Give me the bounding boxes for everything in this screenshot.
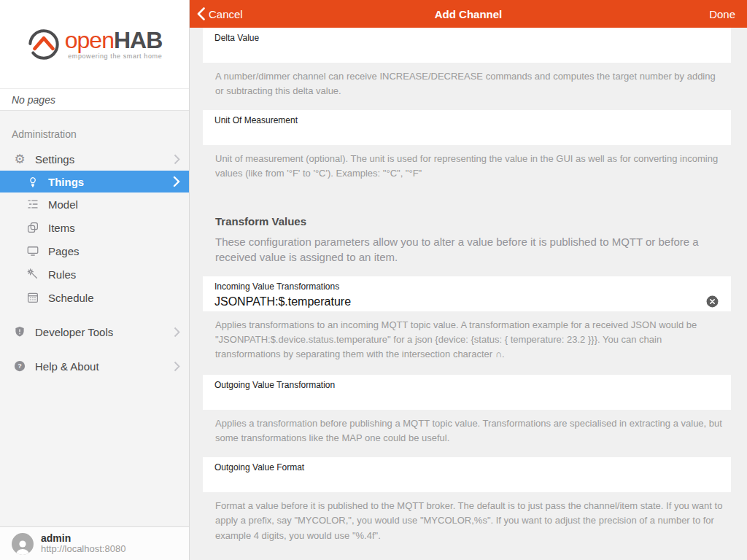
done-button[interactable]: Done [709, 8, 735, 20]
field-outgoing-value-format: Outgoing Value Format [203, 457, 731, 492]
cancel-button[interactable]: Cancel [190, 7, 243, 20]
brand-tagline: empowering the smart home [68, 52, 162, 60]
sidebar-item-help-about[interactable]: ? Help & About [0, 354, 189, 378]
field-label: Unit Of Measurement [214, 115, 719, 125]
field-label: Outgoing Value Format [214, 462, 719, 472]
sidebar-item-developer-tools[interactable]: Developer Tools [0, 320, 189, 343]
user-meta: admin http://localhost:8080 [41, 532, 125, 555]
sidebar-item-label: Pages [48, 245, 189, 257]
chevron-right-icon [174, 361, 180, 372]
sidebar-item-label: Things [48, 176, 173, 188]
calendar-icon [25, 290, 41, 305]
openhab-mark-icon [27, 28, 61, 61]
sidebar-item-label: Rules [48, 268, 189, 281]
outgoing-value-format-input[interactable] [214, 475, 719, 490]
field-outgoing-value-transformation: Outgoing Value Transformation [203, 375, 731, 410]
field-incoming-value-transformations: Incoming Value Transformations [203, 276, 731, 311]
field-unit-of-measurement: Unit Of Measurement [203, 110, 731, 145]
shield-exclamation-icon [12, 324, 28, 339]
outgoing-value-transformation-input[interactable] [214, 393, 719, 408]
admin-section-title: Administration [0, 128, 189, 140]
chevron-right-icon [174, 327, 180, 338]
monitor-icon [25, 244, 41, 258]
logo-lockup: openHAB empowering the smart home [27, 28, 163, 61]
sidebar-item-rules[interactable]: Rules [0, 262, 189, 286]
svg-text:?: ? [18, 362, 22, 370]
sidebar-item-model[interactable]: Model [0, 192, 189, 216]
sidebar-item-label: Items [48, 222, 189, 234]
add-channel-form: Delta Value A number/dimmer channel can … [190, 28, 747, 560]
field-label: Outgoing Value Transformation [214, 380, 719, 390]
sidebar-item-label: Model [48, 198, 189, 211]
field-label: Delta Value [214, 33, 719, 43]
unit-of-measurement-input[interactable] [214, 128, 719, 143]
sidebar-item-settings[interactable]: ⚙ Settings [0, 147, 189, 171]
avatar [12, 533, 34, 555]
question-circle-icon: ? [12, 359, 28, 373]
transform-values-section-description: These configuration parameters allow you… [215, 234, 725, 265]
transform-values-section-title: Transform Values [215, 215, 725, 228]
copy-icon [25, 220, 41, 235]
sidebar-item-label: Developer Tools [35, 326, 174, 338]
field-description: Applies a transformation before publishi… [215, 416, 725, 446]
main-pane: Cancel Add Channel Done Delta Value A nu… [190, 0, 747, 560]
sidebar-item-pages[interactable]: Pages [0, 239, 189, 262]
chevron-right-icon [174, 154, 180, 165]
field-label: Incoming Value Transformations [214, 281, 719, 292]
cancel-label: Cancel [209, 8, 243, 20]
close-icon [705, 295, 719, 308]
page-title: Add Channel [190, 8, 747, 20]
user-name: admin [41, 532, 125, 544]
sidebar-item-label: Settings [35, 153, 174, 166]
navbar: Cancel Add Channel Done [190, 0, 747, 28]
wand-sparkle-icon [25, 267, 41, 281]
brand-block: openHAB empowering the smart home [65, 28, 163, 60]
clear-input-button[interactable] [705, 295, 719, 308]
tree-list-icon [25, 197, 41, 211]
field-description: Applies transformations to an incoming M… [215, 318, 725, 362]
field-description: Unit of measurement (optional). The unit… [215, 152, 725, 181]
openhab-logo: openHAB empowering the smart home [0, 0, 189, 89]
incoming-value-transformations-input[interactable] [214, 295, 705, 309]
gear-icon: ⚙ [12, 152, 28, 166]
sidebar-item-label: Schedule [48, 292, 189, 304]
app-window: openHAB empowering the smart home No pag… [0, 0, 747, 560]
brand-open: open [65, 27, 114, 53]
field-delta-value: Delta Value [203, 28, 731, 63]
user-url: http://localhost:8080 [41, 544, 125, 555]
no-pages-label: No pages [0, 89, 189, 111]
lightbulb-icon [25, 174, 41, 189]
sidebar-item-label: Help & About [35, 360, 174, 373]
sidebar-item-items[interactable]: Items [0, 216, 189, 239]
sidebar: openHAB empowering the smart home No pag… [0, 0, 190, 560]
field-description: Format a value before it is published to… [215, 499, 725, 542]
sidebar-item-schedule[interactable]: Schedule [0, 286, 189, 309]
delta-value-input[interactable] [214, 46, 719, 61]
brand-text: openHAB [65, 28, 163, 52]
chevron-right-icon [173, 176, 180, 187]
brand-hab: HAB [114, 27, 162, 53]
user-footer[interactable]: admin http://localhost:8080 [0, 526, 189, 560]
back-chevron-icon [197, 7, 205, 20]
admin-menu: Administration ⚙ Settings Things [0, 111, 189, 526]
field-description: A number/dimmer channel can receive INCR… [215, 69, 725, 98]
sidebar-item-things[interactable]: Things [0, 171, 189, 192]
